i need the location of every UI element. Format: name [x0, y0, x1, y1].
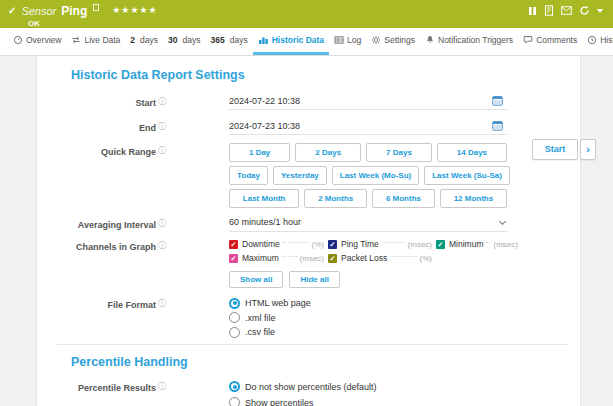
quick-range-button[interactable]: Yesterday: [273, 166, 327, 185]
priority-stars[interactable]: ★★★★★: [112, 5, 157, 15]
file-format-row: File Formatⓘ HTML web page .xml file .cs…: [71, 296, 544, 340]
calendar-icon[interactable]: [492, 120, 503, 131]
tab-comments[interactable]: Comments: [518, 28, 582, 55]
section-divider: [57, 344, 568, 345]
tab-historic-data[interactable]: Historic Data: [253, 28, 329, 55]
historic-data-icon: [258, 35, 269, 45]
section-title-historic: Historic Data Report Settings: [71, 68, 544, 82]
channel-checkbox[interactable]: ✓: [229, 240, 238, 249]
info-icon[interactable]: ⓘ: [158, 382, 166, 391]
channel-packet-loss: ✓ Packet Loss (%): [328, 252, 432, 264]
hide-all-button[interactable]: Hide all: [289, 271, 339, 288]
channel-checkbox[interactable]: ✓: [436, 240, 445, 249]
quick-range-button[interactable]: 12 Months: [440, 189, 507, 208]
quick-range-button[interactable]: Last Week (Mo-Su): [332, 166, 419, 185]
file-format-option-csv[interactable]: .csv file: [229, 325, 507, 340]
chevron-down-icon[interactable]: [597, 9, 603, 13]
end-date-input[interactable]: 2024-07-23 10:38: [229, 119, 507, 135]
percentile-results-label: Percentile Results: [78, 383, 156, 393]
info-icon[interactable]: ⓘ: [158, 241, 166, 250]
quick-range-button[interactable]: 1 Day: [229, 143, 290, 162]
averaging-interval-label: Averaging Interval: [78, 220, 156, 230]
tab-30-days[interactable]: 30days: [163, 28, 205, 55]
sensor-name: Ping: [61, 4, 87, 18]
channel-minimum: ✓ Minimum (msec): [436, 238, 511, 250]
tab-log[interactable]: Log: [329, 28, 366, 55]
info-icon[interactable]: ⓘ: [158, 122, 166, 131]
radio-selected-icon[interactable]: [229, 381, 240, 392]
info-icon[interactable]: ⓘ: [158, 219, 166, 228]
quick-range-row: Quick Rangeⓘ 1 Day 2 Days 7 Days 14 Days…: [71, 143, 544, 208]
quick-range-button[interactable]: 6 Months: [372, 189, 435, 208]
quick-range-button[interactable]: Last Month: [229, 189, 299, 208]
tab-2-days[interactable]: 2days: [125, 28, 163, 55]
channel-checkbox[interactable]: ✓: [328, 254, 337, 263]
radio-selected-icon[interactable]: [229, 298, 240, 309]
channel-checkbox[interactable]: ✓: [328, 240, 337, 249]
section-title-percentile: Percentile Handling: [71, 355, 544, 369]
log-icon: [334, 35, 344, 45]
percentile-option-none[interactable]: Do not show percentiles (default): [229, 379, 507, 395]
tab-settings[interactable]: Settings: [366, 28, 420, 55]
pause-icon[interactable]: [528, 6, 537, 16]
sensor-header: ✓ Sensor Ping ★★★★★ OK: [0, 0, 613, 28]
channel-maximum: ✓ Maximum (msec): [229, 252, 324, 264]
history-icon: [587, 35, 597, 45]
radio-icon[interactable]: [229, 397, 240, 406]
start-label: Start: [135, 98, 156, 108]
settings-card: Historic Data Report Settings Startⓘ 202…: [36, 56, 581, 406]
file-format-label: File Format: [107, 300, 156, 310]
start-row: Startⓘ 2024-07-22 10:38: [71, 94, 544, 110]
overview-icon: [13, 35, 23, 45]
quick-range-button[interactable]: Today: [229, 166, 268, 185]
averaging-interval-row: Averaging Intervalⓘ 60 minutes/1 hour: [71, 216, 544, 232]
channels-row: Channels in Graphⓘ ✓ Downtime (%) ✓ Ping…: [71, 238, 544, 288]
tab-notification-triggers[interactable]: Notification Triggers: [420, 28, 518, 55]
export-report-icon[interactable]: [544, 5, 554, 16]
channel-checkbox[interactable]: ✓: [229, 254, 238, 263]
file-format-option-html[interactable]: HTML web page: [229, 296, 507, 311]
file-format-option-xml[interactable]: .xml file: [229, 311, 507, 326]
tab-365-days[interactable]: 365days: [206, 28, 253, 55]
channel-ping-time: ✓ Ping Time (msec): [328, 238, 432, 250]
percentile-results-row: Percentile Resultsⓘ Do not show percenti…: [71, 379, 544, 406]
show-all-button[interactable]: Show all: [229, 271, 283, 288]
start-panel: Start ›: [532, 139, 596, 160]
percentile-option-show[interactable]: Show percentiles: [229, 395, 507, 406]
tab-bar: Overview Live Data 2days 30days 365days …: [0, 28, 613, 56]
status-check-icon: ✓: [8, 5, 16, 16]
end-label: End: [139, 123, 156, 133]
calendar-icon[interactable]: [492, 95, 503, 106]
quick-range-button[interactable]: 2 Months: [304, 189, 367, 208]
quick-range-button[interactable]: 2 Days: [295, 143, 361, 162]
refresh-icon[interactable]: [579, 5, 590, 16]
radio-icon[interactable]: [229, 327, 240, 338]
tab-overview[interactable]: Overview: [8, 28, 66, 55]
quick-range-label: Quick Range: [101, 147, 156, 157]
comments-icon: [523, 35, 533, 45]
sensor-kind-label: Sensor: [21, 5, 56, 17]
info-icon[interactable]: ⓘ: [158, 97, 166, 106]
start-report-button[interactable]: Start: [532, 139, 578, 160]
email-icon[interactable]: [561, 6, 572, 15]
quick-range-button[interactable]: 7 Days: [366, 143, 432, 162]
averaging-interval-select[interactable]: 60 minutes/1 hour: [229, 216, 507, 232]
settings-icon: [371, 35, 381, 45]
info-icon[interactable]: ⓘ: [158, 299, 166, 308]
channels-label: Channels in Graph: [76, 242, 156, 252]
sensor-doc-icon[interactable]: [93, 4, 99, 11]
sensor-status-badge: OK: [28, 19, 603, 28]
channel-downtime: ✓ Downtime (%): [229, 238, 324, 250]
start-date-input[interactable]: 2024-07-22 10:38: [229, 94, 507, 110]
prtg-sensor-page: ✓ Sensor Ping ★★★★★ OK Overview Live Dat…: [0, 0, 613, 406]
quick-range-button[interactable]: 14 Days: [437, 143, 507, 162]
chevron-down-icon: [499, 218, 506, 225]
end-row: Endⓘ 2024-07-23 10:38: [71, 119, 544, 135]
quick-range-button[interactable]: Last Week (Su-Sa): [424, 166, 510, 185]
bell-icon: [425, 35, 435, 45]
tab-live-data[interactable]: Live Data: [66, 28, 125, 55]
info-icon[interactable]: ⓘ: [158, 146, 166, 155]
start-report-arrow-button[interactable]: ›: [580, 139, 596, 160]
radio-icon[interactable]: [229, 312, 240, 323]
tab-history[interactable]: History: [582, 28, 613, 55]
